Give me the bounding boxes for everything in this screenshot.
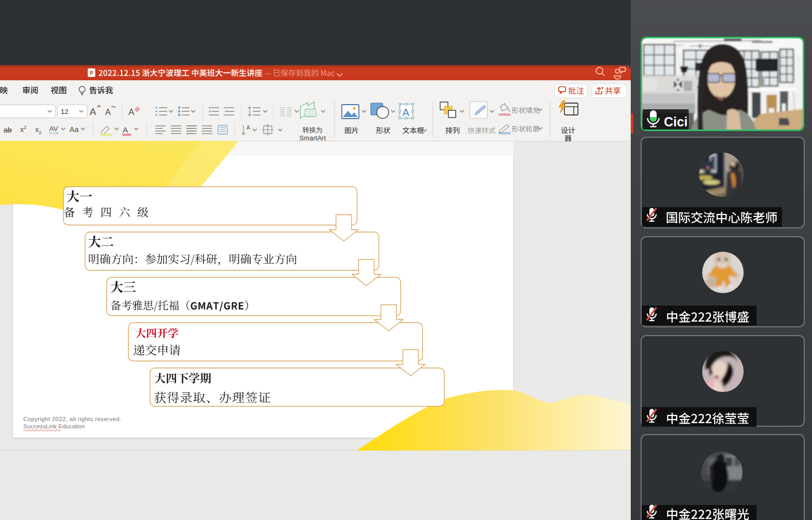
svg-text:Cici: Cici	[664, 114, 688, 129]
svg-text:12: 12	[61, 108, 68, 115]
svg-text:SuccessLink Education: SuccessLink Education	[23, 423, 85, 429]
svg-text:x: x	[35, 125, 39, 134]
svg-text:Copyright 2022, all rights res: Copyright 2022, all rights reserved.	[23, 416, 121, 422]
svg-text:A: A	[128, 107, 135, 117]
svg-text:A: A	[247, 125, 250, 131]
svg-text:Aa: Aa	[69, 125, 79, 134]
svg-text:AV: AV	[49, 125, 58, 133]
svg-text:x: x	[20, 125, 24, 134]
svg-text:ab: ab	[4, 126, 12, 134]
svg-text:SmartArt: SmartArt	[299, 134, 326, 142]
svg-text:A: A	[402, 107, 410, 118]
svg-text:2: 2	[39, 130, 41, 135]
svg-text:A: A	[90, 106, 96, 117]
svg-text:A: A	[105, 108, 111, 117]
svg-text:2: 2	[24, 125, 26, 130]
svg-text:A: A	[123, 125, 128, 134]
